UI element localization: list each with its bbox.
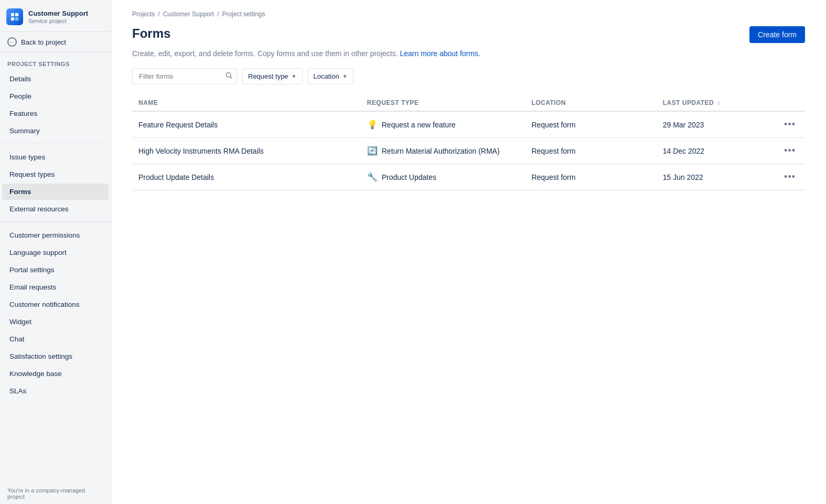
email-requests-label: Email requests bbox=[9, 283, 56, 291]
back-label: Back to project bbox=[21, 38, 66, 46]
sidebar-item-portal-settings[interactable]: Portal settings bbox=[2, 262, 109, 278]
location-cell: Request form bbox=[525, 138, 656, 164]
forms-label: Forms bbox=[9, 188, 31, 196]
sidebar-item-email-requests[interactable]: Email requests bbox=[2, 279, 109, 295]
actions-cell: ••• bbox=[775, 164, 805, 190]
issue-types-label: Issue types bbox=[9, 153, 45, 161]
portal-settings-label: Portal settings bbox=[9, 266, 55, 274]
form-name-cell[interactable]: Product Update Details bbox=[132, 164, 361, 190]
filter-forms-input[interactable] bbox=[132, 68, 237, 84]
filters-bar: Request type ▼ Location ▼ bbox=[132, 68, 805, 84]
sidebar-item-customer-notifications[interactable]: Customer notifications bbox=[2, 296, 109, 313]
sidebar-item-knowledge-base[interactable]: Knowledge base bbox=[2, 366, 109, 382]
features-label: Features bbox=[9, 110, 37, 117]
forms-table: Name Request type Location Last updated … bbox=[132, 95, 805, 190]
sidebar-item-slas[interactable]: SLAs bbox=[2, 383, 109, 399]
divider-1 bbox=[0, 144, 111, 144]
sidebar-item-features[interactable]: Features bbox=[2, 105, 109, 122]
row-actions-button[interactable]: ••• bbox=[781, 144, 799, 157]
last-updated-cell: 29 Mar 2023 bbox=[657, 111, 775, 138]
sidebar-item-people[interactable]: People bbox=[2, 88, 109, 104]
table-row: High Velocity Instruments RMA Details 🔄 … bbox=[132, 138, 805, 164]
customer-notifications-label: Customer notifications bbox=[9, 301, 80, 308]
knowledge-base-label: Knowledge base bbox=[9, 370, 62, 378]
col-header-actions bbox=[775, 95, 805, 111]
request-type-label: Request type bbox=[248, 72, 288, 80]
location-chevron-icon: ▼ bbox=[342, 73, 348, 79]
row-actions-button[interactable]: ••• bbox=[781, 118, 799, 131]
footer-text: You're in a company-managed project bbox=[7, 487, 85, 500]
last-updated-cell: 15 Jun 2022 bbox=[657, 164, 775, 190]
sidebar-item-language-support[interactable]: Language support bbox=[2, 244, 109, 261]
project-type: Service project bbox=[28, 18, 88, 24]
description-text: Create, edit, export, and delete forms. … bbox=[132, 49, 398, 58]
request-type-dropdown[interactable]: Request type ▼ bbox=[242, 68, 303, 84]
breadcrumb-sep-2: / bbox=[217, 10, 219, 18]
form-name-cell[interactable]: Feature Request Details bbox=[132, 111, 361, 138]
request-type-cell: 🔄 Return Material Authorization (RMA) bbox=[361, 138, 525, 164]
satisfaction-settings-label: Satisfaction settings bbox=[9, 352, 72, 360]
request-type-chevron-icon: ▼ bbox=[292, 73, 297, 79]
page-title: Forms bbox=[132, 26, 170, 41]
location-cell: Request form bbox=[525, 164, 656, 190]
slas-label: SLAs bbox=[9, 387, 26, 395]
location-dropdown[interactable]: Location ▼ bbox=[308, 68, 353, 84]
breadcrumb-customer-support[interactable]: Customer Support bbox=[163, 10, 214, 18]
breadcrumb-projects[interactable]: Projects bbox=[132, 10, 155, 18]
sidebar-item-external-resources[interactable]: External resources bbox=[2, 201, 109, 217]
language-support-label: Language support bbox=[9, 249, 67, 256]
project-name: Customer Support bbox=[28, 9, 88, 18]
sidebar: Customer Support Service project ← Back … bbox=[0, 0, 111, 504]
search-filter bbox=[132, 68, 237, 84]
learn-more-link[interactable]: Learn more about forms. bbox=[400, 49, 480, 58]
search-icon[interactable] bbox=[226, 72, 233, 81]
svg-rect-0 bbox=[11, 13, 14, 16]
actions-cell: ••• bbox=[775, 138, 805, 164]
request-type-icon: 💡 bbox=[367, 120, 378, 130]
sidebar-item-request-types[interactable]: Request types bbox=[2, 166, 109, 183]
sidebar-item-issue-types[interactable]: Issue types bbox=[2, 149, 109, 165]
row-actions-button[interactable]: ••• bbox=[781, 170, 799, 183]
request-type-icon: 🔧 bbox=[367, 172, 378, 183]
sidebar-item-widget[interactable]: Widget bbox=[2, 314, 109, 330]
request-type-cell: 🔧 Product Updates bbox=[361, 164, 525, 190]
sidebar-header: Customer Support Service project bbox=[0, 0, 111, 32]
svg-rect-1 bbox=[15, 13, 18, 16]
back-to-project[interactable]: ← Back to project bbox=[0, 32, 111, 52]
sidebar-item-summary[interactable]: Summary bbox=[2, 123, 109, 139]
details-label: Details bbox=[9, 75, 31, 83]
breadcrumb-sep-1: / bbox=[158, 10, 159, 18]
table-row: Feature Request Details 💡 Request a new … bbox=[132, 111, 805, 138]
sidebar-footer: You're in a company-managed project bbox=[0, 483, 111, 504]
table-row: Product Update Details 🔧 Product Updates… bbox=[132, 164, 805, 190]
request-type-cell: 💡 Request a new feature bbox=[361, 111, 525, 138]
main-content: Projects / Customer Support / Project se… bbox=[111, 0, 826, 504]
col-header-last-updated[interactable]: Last updated ↕ bbox=[657, 95, 775, 111]
breadcrumb: Projects / Customer Support / Project se… bbox=[132, 10, 805, 18]
create-form-button[interactable]: Create form bbox=[749, 26, 805, 43]
section-title: Project settings bbox=[0, 52, 111, 70]
table-header: Name Request type Location Last updated … bbox=[132, 95, 805, 111]
project-avatar bbox=[6, 8, 23, 25]
col-header-name: Name bbox=[132, 95, 361, 111]
table-body: Feature Request Details 💡 Request a new … bbox=[132, 111, 805, 190]
people-label: People bbox=[9, 92, 31, 100]
form-name-cell[interactable]: High Velocity Instruments RMA Details bbox=[132, 138, 361, 164]
sidebar-item-satisfaction-settings[interactable]: Satisfaction settings bbox=[2, 348, 109, 364]
sidebar-item-details[interactable]: Details bbox=[2, 71, 109, 87]
actions-cell: ••• bbox=[775, 111, 805, 138]
request-type-text: Return Material Authorization (RMA) bbox=[382, 147, 500, 155]
back-icon: ← bbox=[7, 37, 17, 47]
request-type-text: Product Updates bbox=[382, 173, 436, 181]
sidebar-item-chat[interactable]: Chat bbox=[2, 331, 109, 347]
svg-line-5 bbox=[230, 77, 232, 78]
chat-label: Chat bbox=[9, 335, 25, 343]
breadcrumb-current: Project settings bbox=[222, 10, 265, 18]
col-header-request-type: Request type bbox=[361, 95, 525, 111]
svg-rect-3 bbox=[15, 17, 18, 20]
divider-2 bbox=[0, 222, 111, 222]
sidebar-item-customer-permissions[interactable]: Customer permissions bbox=[2, 227, 109, 243]
sidebar-item-forms[interactable]: Forms bbox=[2, 184, 109, 200]
location-cell: Request form bbox=[525, 111, 656, 138]
location-label: Location bbox=[314, 72, 339, 80]
